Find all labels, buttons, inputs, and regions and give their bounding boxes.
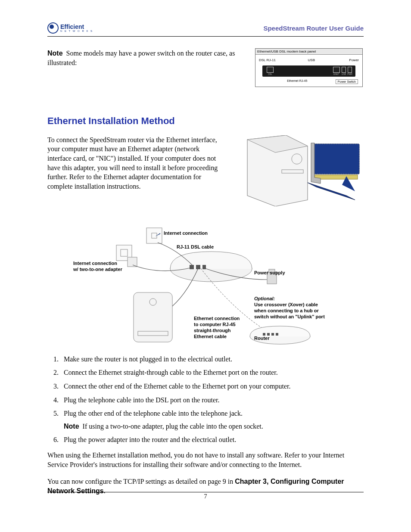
port-icon [342,67,346,73]
port-icon [333,67,340,73]
port-label-pwr: PWR [347,73,353,75]
top-note: Note Some models may have a power switch… [47,49,250,68]
note-text: If using a two-to-one adapter, plug the … [83,423,263,430]
svg-rect-18 [134,292,172,342]
port-icon [348,67,352,73]
note-text: Some models may have a power switch on t… [47,50,235,66]
step-text: Plug the telephone cable into the DSL po… [64,396,220,404]
diagram-label-rj11: RJ-11 DSL cable [177,244,214,249]
step-text: Connect the other end of the Ethernet ca… [64,383,291,390]
diagram-label-eth1: Ethernet connection [194,316,240,321]
footer-rule [47,492,364,492]
power-switch-label: Power Switch [336,79,358,84]
install-steps: Make sure the router is not plugged in t… [47,355,364,445]
panel-label-power: Power [329,58,359,62]
closing-paragraph-1: When using the Ethernet installation met… [47,451,364,469]
port-label-usb: USB [341,73,347,75]
closing-paragraph-2: You can now configure the TCP/IP setting… [47,477,364,495]
svg-rect-4 [314,175,358,179]
diagram-label-two-to-one-2: w/ two-to-one adapter [73,267,122,272]
step-item: Plug the other end of the telephone cabl… [60,409,364,431]
svg-rect-11 [128,257,137,267]
closing-pre: You can now configure the TCP/IP setting… [47,478,235,485]
panel-label-usb: USB [294,58,329,62]
brand-logo-icon [47,22,59,34]
nic-figure [234,135,364,206]
diagram-label-router: Router [254,336,269,341]
diagram-label-optional-l2: when connecting to a hub or [254,308,319,313]
document-title: SpeedStream Router User Guide [263,25,364,32]
panel-label-rj45: Ethernet RJ-45 [287,79,307,84]
port-label-enet: ENET [332,73,341,75]
back-panel-figure: Ethernet/USB DSL modem back panel DSL RJ… [255,48,363,87]
diagram-label-eth3: straight-through [194,328,231,333]
panel-device-icon: DSL ENET USB PWR [262,65,355,77]
port-label-dsl: DSL [266,73,274,75]
step-text: Connect the Ethernet straight-through ca… [64,369,278,376]
step-text: Plug the power adapter into the router a… [64,436,236,443]
svg-rect-2 [312,144,359,174]
diagram-label-internet: Internet connection [164,230,208,236]
svg-rect-25 [276,333,278,336]
brand-logo-main: Efficient [60,24,93,30]
step-note: Note If using a two-to-one adapter, plug… [64,422,364,431]
section-heading: Ethernet Installation Method [47,115,364,127]
page-header: Efficient N E T W O R K S SpeedStream Ro… [47,22,364,37]
step-item: Plug the telephone cable into the DSL po… [60,395,364,405]
step-item: Plug the power adapter into the router a… [60,435,364,445]
svg-rect-24 [271,333,274,336]
diagram-label-two-to-one-1: Internet connection [73,261,117,266]
panel-figure-title: Ethernet/USB DSL modem back panel [255,49,362,55]
diagram-label-optional: Optional: [254,296,275,301]
brand-logo-sub: N E T W O R K S [60,30,93,32]
connection-diagram: Internet connection RJ-11 DSL cable Inte… [47,224,364,348]
step-text: Plug the other end of the telephone cabl… [64,410,243,417]
intro-paragraph: To connect the SpeedStream router via th… [47,135,221,206]
svg-rect-13 [190,265,194,269]
step-text: Make sure the router is not plugged in t… [64,355,232,363]
panel-label-dsl: DSL RJ-11 [259,58,294,62]
note-label: Note [47,50,63,57]
page-number: 7 [0,493,411,500]
brand-logo: Efficient N E T W O R K S [47,22,93,34]
diagram-label-power: Power supply [254,270,285,275]
step-item: Connect the other end of the Ethernet ca… [60,382,364,391]
diagram-label-eth4: Ethernet cable [194,334,227,339]
step-item: Connect the Ethernet straight-through ca… [60,368,364,377]
note-label: Note [64,423,79,430]
diagram-label-optional-l3: switch without an "Uplink" port [254,314,325,319]
diagram-label-eth2: to computer RJ-45 [194,322,236,327]
diagram-label-optional-l1: Use crossover (Xover) cable [254,302,318,307]
svg-rect-7 [146,228,162,243]
port-icon [267,67,274,73]
step-item: Make sure the router is not plugged in t… [60,355,364,364]
